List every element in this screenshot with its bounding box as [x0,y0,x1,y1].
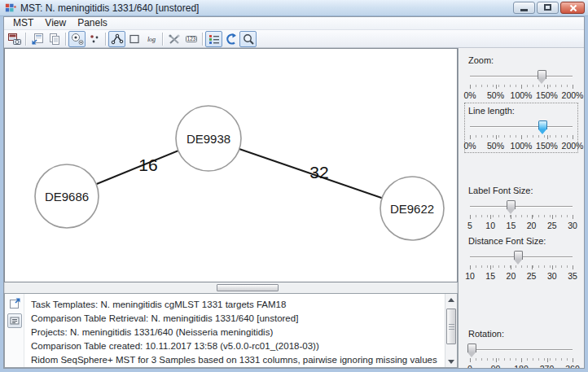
tick-label: 180 [514,364,529,368]
slider-track-label-font-size[interactable] [470,206,573,208]
slider-tick-labels-zoom: 0%50%100%150%200% [470,90,573,100]
tick-label: 15 [485,271,495,281]
log-line: Task Templates: N. meningitidis cgMLST 1… [31,298,440,312]
distance-values-button[interactable]: 123 [182,31,200,47]
toolbar-separator [65,33,66,46]
settings-panel: Zoom:0%50%100%150%200%Line length:0%50%1… [458,48,584,368]
legend-button[interactable] [205,31,222,47]
tick-label: 360 [565,364,580,368]
log-list-button[interactable] [7,313,22,328]
toolbar: log123 [4,30,584,48]
export-image-button[interactable] [29,31,46,47]
slider-thumb-label-font-size[interactable] [507,200,516,209]
log-line: Ridom SeqSphere+ MST for 3 Samples based… [31,353,440,367]
minimize-icon [520,9,528,11]
window-frame: MSTViewPanels log123 DE9686DE9938DE96221… [3,16,585,369]
tick-label: 150% [536,90,558,100]
export-image-icon [31,33,44,46]
arrow-up-icon [448,298,454,302]
scrollbar-track[interactable] [445,305,457,356]
slider-track-zoom[interactable] [470,76,573,77]
zoom-mode-button[interactable] [239,31,257,47]
toolbar-separator [162,33,163,46]
show-singletons-icon [88,33,101,46]
slider-tick-labels-line-length: 0%50%100%150%200% [470,140,573,151]
slider-thumb-line-length[interactable] [538,120,547,129]
tick-label: 90 [491,364,501,368]
slider-ticks-label-font-size [470,215,573,219]
left-column: DE9686DE9938DE96221632 [4,48,458,368]
tick-label: 0 [467,364,472,368]
close-button[interactable] [560,2,585,14]
slider-line-length[interactable] [470,122,573,133]
main-area: DE9686DE9938DE96221632 [4,48,584,368]
comparison-table-button[interactable] [222,31,239,47]
menu-item-panels[interactable]: Panels [72,17,113,29]
slider-label-rotation: Rotation: [468,329,574,339]
settings-tools-button[interactable] [165,31,182,47]
mst-layout-icon [111,33,124,46]
log-list-icon [8,314,21,327]
scrollbar-thumb[interactable] [446,309,456,344]
app-window: MST: N. meningitidis 1331/640 [unstored]… [0,0,588,372]
show-nodes-button[interactable] [68,31,86,47]
slider-label-zoom: Zoom: [468,55,574,65]
slider-rotation[interactable] [470,345,573,357]
graph-node-label: DE9938 [186,132,230,146]
slider-thumb-distance-font-size[interactable] [514,251,523,260]
tick-label: 30 [568,221,577,230]
slider-track-line-length[interactable] [470,126,573,128]
tick-label: 100% [511,141,533,151]
slider-label-line-length: Line length: [468,106,574,116]
canvas-horizontal-scrollbar[interactable] [4,282,458,293]
tick-label: 0% [463,141,476,151]
horizontal-scrollbar-thumb[interactable] [217,284,279,291]
copy-button[interactable] [46,31,63,47]
menu-item-mst[interactable]: MST [7,17,39,29]
arrow-down-icon [448,360,454,364]
show-singletons-button[interactable] [86,31,103,47]
slider-ticks-line-length [470,135,573,139]
slider-track-rotation[interactable] [470,349,573,351]
legend-icon [208,33,221,46]
menu-bar: MSTViewPanels [4,17,584,30]
slider-thumb-zoom[interactable] [538,70,546,79]
selection-rectangle-button[interactable] [125,31,143,47]
tick-label: 25 [547,221,557,230]
zoom-mode-icon [242,33,255,46]
tick-label: 30 [547,271,557,281]
toolbar-separator [25,33,26,46]
tick-label: 5 [467,221,472,230]
scroll-up-button[interactable] [445,294,457,305]
menu-item-view[interactable]: View [39,17,72,29]
scroll-down-button[interactable] [445,356,457,367]
slider-ticks-rotation [470,358,573,362]
tick-label: 200% [562,90,584,100]
log-line: Comparison Table created: 10.11.2017 13:… [31,339,440,353]
tick-label: 50% [487,141,504,151]
log-messages: Task Templates: N. meningitidis cgMLST 1… [24,294,445,367]
maximize-button[interactable] [537,2,559,14]
graph-edge-distance: 32 [309,163,328,182]
slider-zoom[interactable] [470,72,573,83]
slider-group-line-length: Line length:0%50%100%150%200% [464,103,578,153]
slider-tick-labels-rotation: 090180270360 [470,363,573,368]
slider-distance-font-size[interactable] [470,252,573,264]
log-scrollbar[interactable] [445,294,457,367]
log-line: Comparison Table Retrieval: N. meningiti… [31,312,440,326]
toolbar-separator [202,33,203,46]
log-scale-button[interactable]: log [143,31,160,47]
distance-values-icon: 123 [185,33,198,46]
mst-canvas[interactable]: DE9686DE9938DE96221632 [4,48,458,282]
minimize-button[interactable] [513,2,535,14]
settings-tools-icon [168,33,181,46]
tick-label: 15 [507,221,516,230]
slider-label-font-size[interactable] [470,202,573,213]
detach-log-button[interactable] [7,296,22,311]
close-icon [569,4,577,11]
tick-label: 50% [487,90,504,100]
snapshot-button[interactable] [6,31,23,47]
mst-layout-button[interactable] [108,31,125,47]
snapshot-icon [8,33,21,46]
slider-thumb-rotation[interactable] [467,344,476,352]
